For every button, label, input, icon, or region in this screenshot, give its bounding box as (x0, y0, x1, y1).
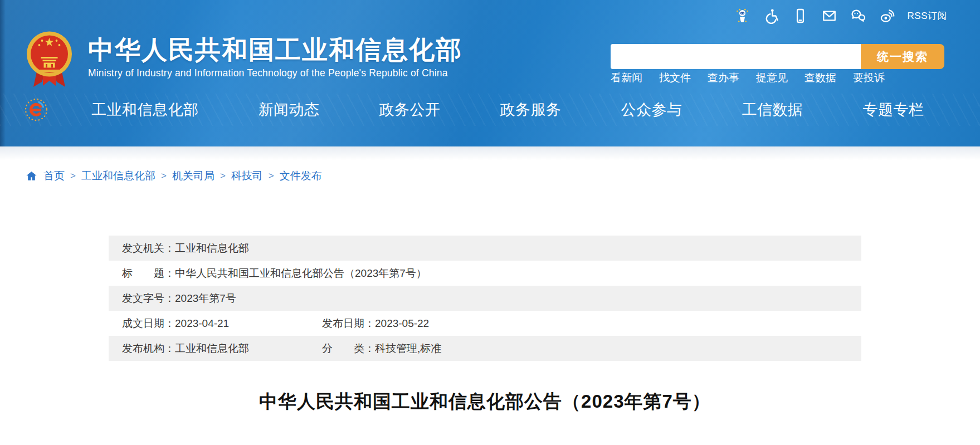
nav-item-gov-disclosure[interactable]: 政务公开 (379, 100, 441, 120)
ai-assistant-icon[interactable] (734, 7, 751, 25)
meta-label: 发布日期： (322, 316, 375, 331)
meta-cell: 分 类： 科技管理,标准 (322, 341, 441, 356)
mobile-icon[interactable] (792, 7, 809, 25)
meta-value: 2023年第7号 (175, 291, 236, 306)
meta-label: 发文机关： (122, 241, 175, 256)
meta-cell: 成文日期： 2023-04-21 (122, 316, 322, 331)
home-icon[interactable] (25, 170, 38, 183)
utility-bar: RSS订阅 (734, 7, 947, 25)
brand-text: 中华人民共和国工业和信息化部 Ministry of Industry and … (88, 31, 462, 90)
brand-link[interactable]: 中华人民共和国工业和信息化部 Ministry of Industry and … (26, 31, 462, 90)
breadcrumb-item-miit[interactable]: 工业和信息化部 (81, 169, 155, 183)
meta-cell: 发文机关： 工业和信息化部 (122, 241, 249, 256)
main-nav: 工业和信息化部 新闻动态 政务公开 政务服务 公众参与 工信数据 专题专栏 (0, 94, 980, 126)
table-row: 成文日期： 2023-04-21 发布日期： 2023-05-22 (109, 311, 861, 336)
quick-link-documents[interactable]: 找文件 (659, 71, 691, 85)
breadcrumb-separator: > (161, 170, 167, 182)
breadcrumb-item-home[interactable]: 首页 (43, 169, 65, 183)
quick-link-data[interactable]: 查数据 (805, 71, 836, 85)
meta-value: 中华人民共和国工业和信息化部公告（2023年第7号） (175, 266, 427, 281)
article-title: 中华人民共和国工业和信息化部公告（2023年第7号） (109, 389, 861, 414)
mail-icon[interactable] (821, 7, 838, 25)
meta-label: 发布机构： (122, 341, 175, 356)
meta-cell: 发布日期： 2023-05-22 (322, 316, 429, 331)
site-header: RSS订阅 (0, 0, 980, 146)
nav-items: 工业和信息化部 新闻动态 政务公开 政务服务 公众参与 工信数据 专题专栏 (91, 100, 924, 120)
quick-links: 看新闻 找文件 查办事 提意见 查数据 要投诉 (611, 71, 885, 85)
site-subtitle: Ministry of Industry and Information Tec… (88, 67, 462, 79)
meta-value: 工业和信息化部 (175, 241, 249, 256)
table-row: 发文字号： 2023年第7号 (109, 286, 861, 311)
meta-cell: 发布机构： 工业和信息化部 (122, 341, 322, 356)
nav-item-miit[interactable]: 工业和信息化部 (91, 100, 199, 120)
weibo-icon[interactable] (879, 7, 896, 25)
breadcrumb-separator: > (269, 170, 274, 182)
meta-value: 2023-05-22 (375, 317, 429, 330)
search-button[interactable]: 统一搜索 (861, 44, 944, 69)
nav-item-news[interactable]: 新闻动态 (259, 100, 320, 120)
meta-value: 科技管理,标准 (375, 341, 441, 356)
quick-link-suggestions[interactable]: 提意见 (756, 71, 788, 85)
meta-label: 标 题： (122, 266, 175, 281)
page: RSS订阅 (0, 0, 980, 445)
rss-link[interactable]: RSS订阅 (908, 9, 947, 22)
search-input[interactable] (611, 44, 861, 69)
miit-e-logo-icon (23, 97, 49, 123)
accessibility-icon[interactable] (763, 7, 780, 25)
meta-label: 发文字号： (122, 291, 175, 306)
table-row: 标 题： 中华人民共和国工业和信息化部公告（2023年第7号） (109, 261, 861, 286)
quick-link-services[interactable]: 查办事 (708, 71, 739, 85)
breadcrumb-separator: > (70, 170, 76, 182)
table-row: 发布机构： 工业和信息化部 分 类： 科技管理,标准 (109, 336, 861, 361)
wechat-icon[interactable] (850, 7, 867, 25)
nav-item-special-topics[interactable]: 专题专栏 (863, 100, 924, 120)
nav-item-gov-services[interactable]: 政务服务 (500, 100, 562, 120)
table-row: 发文机关： 工业和信息化部 (109, 236, 861, 261)
nav-item-industry-data[interactable]: 工信数据 (742, 100, 803, 120)
site-title: 中华人民共和国工业和信息化部 (88, 36, 462, 63)
header-shadow-strip (0, 146, 980, 160)
quick-link-news[interactable]: 看新闻 (611, 71, 642, 85)
breadcrumb-item-document-release[interactable]: 文件发布 (280, 169, 322, 183)
doc-meta-table: 发文机关： 工业和信息化部 标 题： 中华人民共和国工业和信息化部公告（2023… (109, 236, 861, 361)
meta-label: 成文日期： (122, 316, 175, 331)
breadcrumb: 首页 > 工业和信息化部 > 机关司局 > 科技司 > 文件发布 (25, 169, 322, 183)
quick-link-complaints[interactable]: 要投诉 (853, 71, 885, 85)
national-emblem-icon (26, 31, 72, 90)
nav-item-public-participation[interactable]: 公众参与 (621, 100, 682, 120)
meta-value: 2023-04-21 (175, 317, 229, 330)
breadcrumb-item-science-tech[interactable]: 科技司 (231, 169, 263, 183)
breadcrumb-separator: > (220, 170, 226, 182)
breadcrumb-item-departments[interactable]: 机关司局 (172, 169, 214, 183)
meta-cell: 标 题： 中华人民共和国工业和信息化部公告（2023年第7号） (122, 266, 427, 281)
meta-label: 分 类： (322, 341, 375, 356)
meta-cell: 发文字号： 2023年第7号 (122, 291, 236, 306)
meta-value: 工业和信息化部 (175, 341, 249, 356)
